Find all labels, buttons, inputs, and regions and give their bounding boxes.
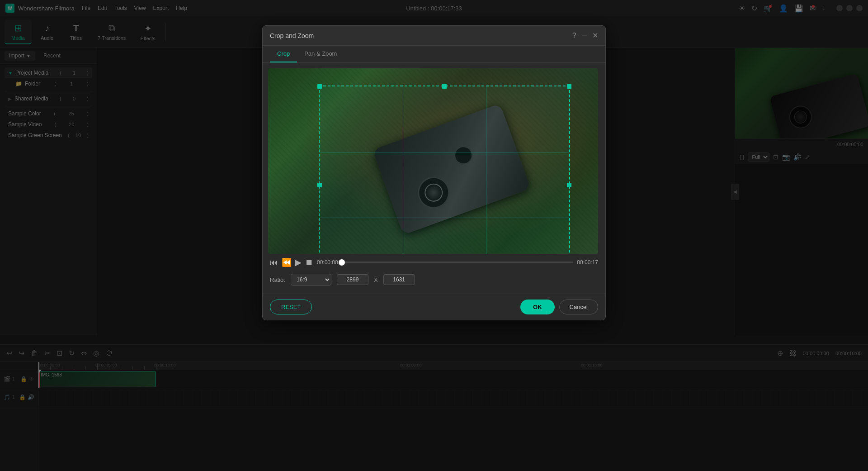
grid-v1 bbox=[403, 86, 403, 254]
step-back-button[interactable]: ⏪ bbox=[282, 257, 292, 267]
crop-handle-tm[interactable] bbox=[442, 84, 447, 89]
crop-handle-tl[interactable] bbox=[317, 84, 322, 89]
crop-selection-box[interactable] bbox=[319, 86, 570, 254]
grid-v2 bbox=[486, 86, 486, 254]
ratio-label: Ratio: bbox=[270, 276, 285, 283]
video-progress-bar[interactable] bbox=[342, 262, 574, 263]
current-time-display: 00:00:00 bbox=[317, 259, 338, 266]
crop-handle-mr[interactable] bbox=[567, 183, 571, 187]
crop-preview bbox=[268, 68, 598, 254]
width-input[interactable] bbox=[337, 274, 368, 285]
tab-pan-zoom[interactable]: Pan & Zoom bbox=[297, 46, 344, 62]
modal-overlay: Crop and Zoom ? ─ ✕ Crop Pan & Zoom bbox=[0, 0, 868, 471]
go-start-button[interactable]: ⏮ bbox=[270, 258, 278, 267]
dialog-body: ⏮ ⏪ ▶ ⏹ 00:00:00 00:00:17 Ratio: 16:9 4:… bbox=[263, 63, 605, 294]
play-button[interactable]: ▶ bbox=[295, 257, 302, 267]
dialog-title: Crop and Zoom bbox=[270, 32, 314, 39]
reset-button[interactable]: RESET bbox=[270, 300, 312, 314]
tab-crop[interactable]: Crop bbox=[270, 46, 297, 62]
dialog-minimize-icon[interactable]: ─ bbox=[582, 32, 587, 40]
end-time-display: 00:00:17 bbox=[577, 259, 598, 266]
dialog-close-icon[interactable]: ✕ bbox=[592, 31, 598, 40]
cancel-button[interactable]: Cancel bbox=[559, 300, 598, 314]
grid-h2 bbox=[320, 218, 569, 218]
dialog-header-icons: ? ─ ✕ bbox=[572, 31, 598, 40]
ratio-row: Ratio: 16:9 4:3 1:1 9:16 Custom X bbox=[268, 271, 600, 288]
stop-button[interactable]: ⏹ bbox=[305, 258, 313, 267]
crop-handle-tr[interactable] bbox=[567, 84, 571, 89]
dialog-footer: RESET OK Cancel bbox=[263, 294, 605, 320]
video-controls: ⏮ ⏪ ▶ ⏹ 00:00:00 00:00:17 bbox=[268, 254, 600, 271]
crop-dialog: Crop and Zoom ? ─ ✕ Crop Pan & Zoom bbox=[262, 25, 606, 320]
dialog-header: Crop and Zoom ? ─ ✕ bbox=[263, 26, 605, 46]
ratio-select[interactable]: 16:9 4:3 1:1 9:16 Custom bbox=[291, 274, 331, 285]
crop-handle-ml[interactable] bbox=[317, 183, 322, 187]
dialog-tabs: Crop Pan & Zoom bbox=[263, 46, 605, 63]
grid-h1 bbox=[320, 152, 569, 152]
height-input[interactable] bbox=[383, 274, 415, 285]
ok-button[interactable]: OK bbox=[520, 300, 555, 314]
footer-right-buttons: OK Cancel bbox=[520, 300, 598, 314]
help-icon[interactable]: ? bbox=[572, 32, 576, 40]
progress-thumb[interactable] bbox=[339, 259, 345, 266]
x-separator: X bbox=[374, 276, 378, 283]
